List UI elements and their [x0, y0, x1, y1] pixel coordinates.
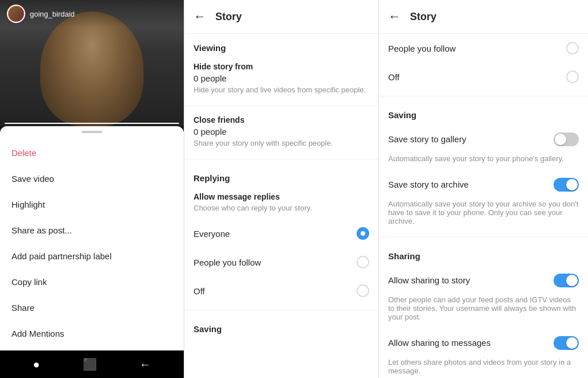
- hide-story-label: Hide story from: [184, 57, 378, 73]
- save-to-archive-desc: Automatically save your story to your ar…: [379, 200, 588, 232]
- menu-item-share[interactable]: Share: [0, 295, 184, 321]
- hide-story-desc: Hide your story and live videos from spe…: [184, 85, 378, 101]
- save-to-gallery-desc: Automatically save your story to your ph…: [379, 154, 588, 170]
- divider-2: [184, 159, 378, 159]
- save-to-gallery-title: Save story to gallery: [388, 134, 554, 144]
- middle-panel: ← Story Viewing Hide story from 0 people…: [184, 0, 379, 378]
- allow-sharing-story-knob: [566, 275, 578, 286]
- right-radio-people-follow-circle: [566, 42, 579, 54]
- right-radio-people-follow-label: People you follow: [388, 44, 456, 53]
- right-back-button[interactable]: ←: [388, 9, 401, 24]
- middle-back-button[interactable]: ←: [194, 9, 206, 24]
- drag-handle: [82, 131, 102, 133]
- progress-seg-1: [5, 123, 179, 124]
- story-header-bar: going_birdaid: [0, 0, 184, 28]
- avatar-inner: [9, 6, 24, 21]
- radio-people-follow-circle: [357, 256, 369, 268]
- replying-label: Replying: [184, 164, 378, 188]
- close-friends-label: Close friends: [184, 111, 378, 127]
- menu-item-delete[interactable]: Delete: [0, 140, 184, 166]
- allow-sharing-messages-toggle[interactable]: [554, 336, 579, 350]
- allow-sharing-messages-left: Allow sharing to messages: [388, 338, 554, 349]
- menu-item-paid-partnership[interactable]: Add paid partnership label: [0, 243, 184, 269]
- radio-people-follow[interactable]: People you follow: [184, 248, 378, 276]
- allow-sharing-story-desc: Other people can add your feed posts and…: [379, 295, 588, 328]
- menu-item-highlight[interactable]: Highlight: [0, 192, 184, 217]
- radio-off-label: Off: [194, 286, 205, 296]
- middle-title: Story: [215, 11, 242, 23]
- radio-everyone-circle: [357, 227, 369, 240]
- allow-sharing-messages-row: Allow sharing to messages: [379, 328, 588, 358]
- right-radio-people-follow[interactable]: People you follow: [379, 34, 588, 63]
- nav-circle-icon[interactable]: ●: [33, 358, 40, 371]
- save-to-gallery-left: Save story to gallery: [388, 134, 554, 145]
- right-radio-off[interactable]: Off: [379, 63, 588, 91]
- saving-label-middle: Saving: [184, 315, 378, 338]
- divider-1: [184, 106, 378, 106]
- right-radio-off-circle: [566, 71, 579, 83]
- right-sharing-label: Sharing: [379, 242, 588, 266]
- right-title: Story: [410, 11, 436, 23]
- nav-back-icon[interactable]: ←: [140, 358, 151, 371]
- nav-square-icon[interactable]: ⬛: [83, 357, 97, 371]
- right-saving-label: Saving: [379, 101, 588, 124]
- viewing-label: Viewing: [184, 34, 378, 57]
- menu-item-save-video[interactable]: Save video: [0, 166, 184, 192]
- radio-people-follow-label: People you follow: [194, 258, 261, 267]
- bottom-nav: ● ⬛ ←: [0, 350, 184, 378]
- story-progress: [0, 118, 184, 126]
- allow-sharing-story-left: Allow sharing to story: [388, 275, 554, 286]
- divider-3: [184, 310, 378, 310]
- allow-sharing-messages-knob: [566, 337, 578, 349]
- save-to-gallery-row: Save story to gallery: [379, 124, 588, 154]
- save-to-archive-left: Save story to archive: [388, 180, 554, 190]
- radio-everyone[interactable]: Everyone: [184, 219, 378, 248]
- radio-off-circle: [357, 285, 369, 297]
- right-header: ← Story: [379, 0, 588, 34]
- right-panel: ← Story People you follow Off Saving Sav…: [379, 0, 588, 378]
- radio-off[interactable]: Off: [184, 276, 378, 305]
- menu-item-share-as-post[interactable]: Share as post...: [0, 217, 184, 243]
- left-panel: going_birdaid Delete Save video Highligh…: [0, 0, 184, 378]
- radio-everyone-label: Everyone: [194, 229, 230, 239]
- save-to-archive-toggle[interactable]: [554, 178, 579, 192]
- allow-sharing-messages-desc: Let others share photos and videos from …: [379, 358, 588, 378]
- save-to-archive-row: Save story to archive: [379, 170, 588, 200]
- close-friends-desc: Share your story only with specific peop…: [184, 139, 378, 154]
- close-friends-count: 0 people: [184, 127, 378, 139]
- allow-sharing-story-toggle[interactable]: [554, 274, 579, 287]
- story-head-shape: [40, 11, 144, 126]
- save-to-gallery-toggle[interactable]: [554, 133, 579, 146]
- menu-item-copy-link[interactable]: Copy link: [0, 269, 184, 295]
- hide-story-count: 0 people: [184, 73, 378, 85]
- menu-overlay: Delete Save video Highlight Share as pos…: [0, 126, 184, 378]
- right-radio-off-label: Off: [388, 72, 400, 82]
- save-to-archive-title: Save story to archive: [388, 180, 554, 189]
- story-preview: going_birdaid: [0, 0, 184, 126]
- right-divider-2: [379, 237, 588, 237]
- allow-sharing-story-row: Allow sharing to story: [379, 266, 588, 295]
- avatar: [7, 5, 25, 23]
- save-to-gallery-knob: [555, 134, 566, 145]
- middle-header: ← Story: [184, 0, 378, 34]
- allow-replies-label: Allow message replies: [184, 188, 378, 204]
- allow-replies-desc: Choose who can reply to your story.: [184, 204, 378, 219]
- allow-sharing-story-title: Allow sharing to story: [388, 275, 554, 285]
- allow-sharing-messages-title: Allow sharing to messages: [388, 338, 554, 348]
- username: going_birdaid: [30, 10, 75, 18]
- save-to-archive-knob: [566, 179, 578, 190]
- right-divider-1: [379, 96, 588, 96]
- menu-item-add-mentions[interactable]: Add Mentions: [0, 321, 184, 346]
